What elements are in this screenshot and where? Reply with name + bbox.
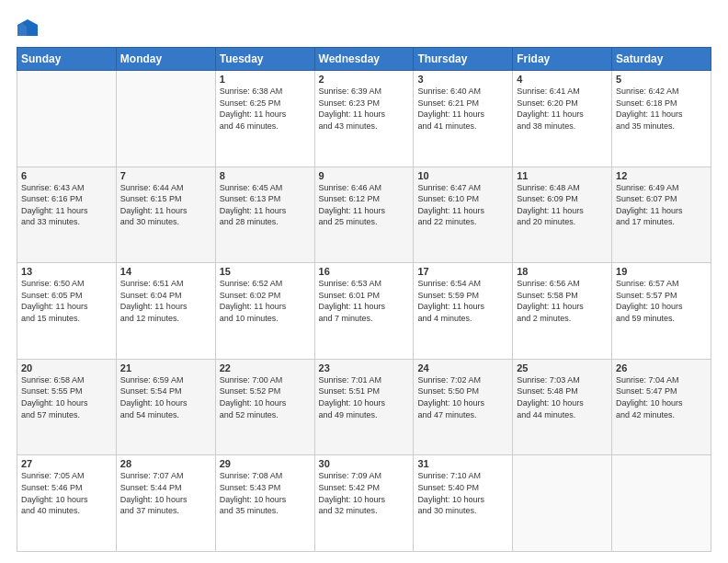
day-info: Sunrise: 6:59 AM Sunset: 5:54 PM Dayligh… [120,374,211,420]
day-number: 8 [220,170,311,181]
weekday-header-thursday: Thursday [414,48,513,71]
week-row-4: 20Sunrise: 6:58 AM Sunset: 5:55 PM Dayli… [17,359,711,455]
day-info: Sunrise: 6:49 AM Sunset: 6:07 PM Dayligh… [616,182,707,228]
day-number: 19 [616,266,707,277]
calendar-cell: 14Sunrise: 6:51 AM Sunset: 6:04 PM Dayli… [116,263,215,360]
day-number: 13 [21,266,112,277]
day-info: Sunrise: 7:07 AM Sunset: 5:44 PM Dayligh… [120,470,211,516]
calendar-cell [116,71,215,167]
day-info: Sunrise: 6:57 AM Sunset: 5:57 PM Dayligh… [616,278,707,324]
day-number: 22 [220,362,311,373]
day-number: 24 [417,362,508,373]
day-number: 6 [21,170,112,181]
day-info: Sunrise: 7:01 AM Sunset: 5:51 PM Dayligh… [319,374,410,420]
day-info: Sunrise: 6:56 AM Sunset: 5:58 PM Dayligh… [517,278,608,324]
day-number: 31 [417,458,508,469]
day-info: Sunrise: 6:52 AM Sunset: 6:02 PM Dayligh… [220,278,311,324]
weekday-header-monday: Monday [116,48,215,71]
calendar-cell: 17Sunrise: 6:54 AM Sunset: 5:59 PM Dayli… [414,263,513,360]
day-info: Sunrise: 6:44 AM Sunset: 6:15 PM Dayligh… [120,182,211,228]
day-number: 20 [21,362,112,373]
day-info: Sunrise: 7:02 AM Sunset: 5:50 PM Dayligh… [417,374,508,420]
logo-text [17,17,39,38]
calendar-cell: 11Sunrise: 6:48 AM Sunset: 6:09 PM Dayli… [513,167,612,263]
calendar-cell: 12Sunrise: 6:49 AM Sunset: 6:07 PM Dayli… [612,167,711,263]
weekday-header-wednesday: Wednesday [314,48,414,71]
calendar-cell: 3Sunrise: 6:40 AM Sunset: 6:21 PM Daylig… [414,71,513,167]
calendar-cell: 8Sunrise: 6:45 AM Sunset: 6:13 PM Daylig… [215,167,314,263]
day-info: Sunrise: 6:42 AM Sunset: 6:18 PM Dayligh… [616,86,707,132]
week-row-3: 13Sunrise: 6:50 AM Sunset: 6:05 PM Dayli… [17,263,711,360]
calendar-cell: 30Sunrise: 7:09 AM Sunset: 5:42 PM Dayli… [314,455,414,552]
day-number: 21 [120,362,211,373]
day-number: 7 [120,170,211,181]
day-info: Sunrise: 6:41 AM Sunset: 6:20 PM Dayligh… [517,86,608,132]
calendar-cell: 1Sunrise: 6:38 AM Sunset: 6:25 PM Daylig… [215,71,314,167]
day-info: Sunrise: 6:47 AM Sunset: 6:10 PM Dayligh… [417,182,508,228]
calendar-cell: 31Sunrise: 7:10 AM Sunset: 5:40 PM Dayli… [414,455,513,552]
calendar-cell: 22Sunrise: 7:00 AM Sunset: 5:52 PM Dayli… [215,359,314,455]
calendar-cell: 27Sunrise: 7:05 AM Sunset: 5:46 PM Dayli… [17,455,117,552]
calendar-cell: 28Sunrise: 7:07 AM Sunset: 5:44 PM Dayli… [116,455,215,552]
day-number: 3 [417,74,508,85]
day-number: 23 [319,362,410,373]
calendar-cell: 23Sunrise: 7:01 AM Sunset: 5:51 PM Dayli… [314,359,414,455]
day-info: Sunrise: 7:10 AM Sunset: 5:40 PM Dayligh… [417,470,508,516]
day-number: 17 [417,266,508,277]
calendar-cell: 7Sunrise: 6:44 AM Sunset: 6:15 PM Daylig… [116,167,215,263]
calendar-cell: 24Sunrise: 7:02 AM Sunset: 5:50 PM Dayli… [414,359,513,455]
calendar-cell: 9Sunrise: 6:46 AM Sunset: 6:12 PM Daylig… [314,167,414,263]
day-number: 27 [21,458,112,469]
day-info: Sunrise: 7:05 AM Sunset: 5:46 PM Dayligh… [21,470,112,516]
calendar-cell: 19Sunrise: 6:57 AM Sunset: 5:57 PM Dayli… [612,263,711,360]
page: SundayMondayTuesdayWednesdayThursdayFrid… [0,0,728,563]
calendar-cell: 2Sunrise: 6:39 AM Sunset: 6:23 PM Daylig… [314,71,414,167]
day-info: Sunrise: 6:46 AM Sunset: 6:12 PM Dayligh… [319,182,410,228]
calendar-cell: 18Sunrise: 6:56 AM Sunset: 5:58 PM Dayli… [513,263,612,360]
day-info: Sunrise: 7:04 AM Sunset: 5:47 PM Dayligh… [616,374,707,420]
week-row-5: 27Sunrise: 7:05 AM Sunset: 5:46 PM Dayli… [17,455,711,552]
logo-icon [17,19,38,36]
calendar-cell: 6Sunrise: 6:43 AM Sunset: 6:16 PM Daylig… [17,167,117,263]
day-number: 15 [220,266,311,277]
day-info: Sunrise: 7:00 AM Sunset: 5:52 PM Dayligh… [220,374,311,420]
calendar-cell: 26Sunrise: 7:04 AM Sunset: 5:47 PM Dayli… [612,359,711,455]
day-info: Sunrise: 6:38 AM Sunset: 6:25 PM Dayligh… [220,86,311,132]
day-info: Sunrise: 6:53 AM Sunset: 6:01 PM Dayligh… [319,278,410,324]
day-info: Sunrise: 6:51 AM Sunset: 6:04 PM Dayligh… [120,278,211,324]
week-row-1: 1Sunrise: 6:38 AM Sunset: 6:25 PM Daylig… [17,71,711,167]
weekday-header-friday: Friday [513,48,612,71]
calendar-cell: 13Sunrise: 6:50 AM Sunset: 6:05 PM Dayli… [17,263,117,360]
calendar-cell: 15Sunrise: 6:52 AM Sunset: 6:02 PM Dayli… [215,263,314,360]
calendar-cell [513,455,612,552]
day-number: 14 [120,266,211,277]
header [17,17,711,38]
day-number: 18 [517,266,608,277]
day-number: 4 [517,74,608,85]
day-number: 5 [616,74,707,85]
week-row-2: 6Sunrise: 6:43 AM Sunset: 6:16 PM Daylig… [17,167,711,263]
day-info: Sunrise: 6:45 AM Sunset: 6:13 PM Dayligh… [220,182,311,228]
day-number: 25 [517,362,608,373]
day-number: 2 [319,74,410,85]
day-number: 16 [319,266,410,277]
day-info: Sunrise: 6:50 AM Sunset: 6:05 PM Dayligh… [21,278,112,324]
day-number: 29 [220,458,311,469]
day-info: Sunrise: 7:03 AM Sunset: 5:48 PM Dayligh… [517,374,608,420]
day-number: 26 [616,362,707,373]
day-info: Sunrise: 6:40 AM Sunset: 6:21 PM Dayligh… [417,86,508,132]
calendar-table: SundayMondayTuesdayWednesdayThursdayFrid… [17,47,711,552]
day-info: Sunrise: 7:08 AM Sunset: 5:43 PM Dayligh… [220,470,311,516]
day-info: Sunrise: 7:09 AM Sunset: 5:42 PM Dayligh… [319,470,410,516]
day-number: 28 [120,458,211,469]
day-number: 9 [319,170,410,181]
calendar-cell [17,71,117,167]
logo [17,17,39,38]
day-number: 12 [616,170,707,181]
day-info: Sunrise: 6:39 AM Sunset: 6:23 PM Dayligh… [319,86,410,132]
day-info: Sunrise: 6:48 AM Sunset: 6:09 PM Dayligh… [517,182,608,228]
weekday-header-tuesday: Tuesday [215,48,314,71]
day-number: 11 [517,170,608,181]
calendar-cell: 29Sunrise: 7:08 AM Sunset: 5:43 PM Dayli… [215,455,314,552]
calendar-cell: 21Sunrise: 6:59 AM Sunset: 5:54 PM Dayli… [116,359,215,455]
